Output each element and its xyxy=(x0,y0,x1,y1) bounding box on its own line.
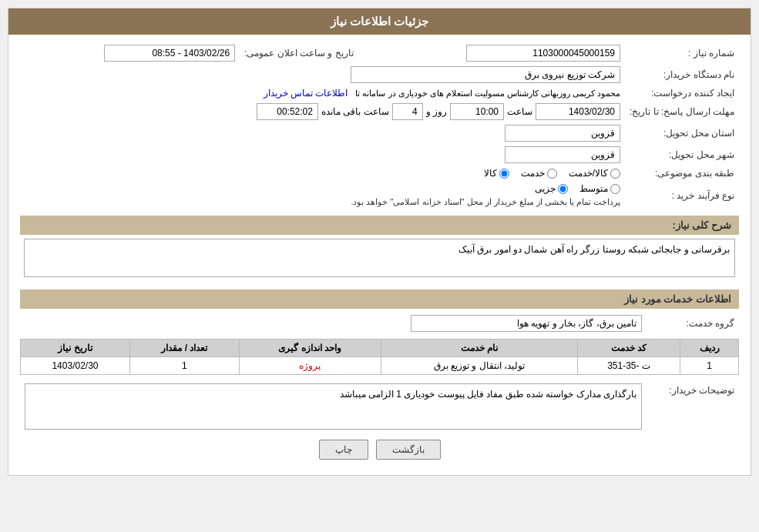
page-container: جزئیات اطلاعات نیاز شماره نیاز : تاریخ و… xyxy=(8,8,751,476)
print-button[interactable]: چاپ xyxy=(319,440,368,460)
sharh-section-header: شرح کلی نیاز: xyxy=(20,216,739,235)
khadamat-info-table: گروه خدمت: xyxy=(20,313,739,334)
col-radif: ردیف xyxy=(680,340,739,357)
buttons-row: بازگشت چاپ xyxy=(20,440,739,460)
tarikh-aalan-input[interactable] xyxy=(104,45,235,62)
remaining-input[interactable] xyxy=(257,103,318,120)
shahr-input[interactable] xyxy=(505,146,620,163)
tarikh-aalan-label: تاریخ و ساعت اعلان عمومی: xyxy=(240,42,369,64)
grooh-khadamat-input[interactable] xyxy=(411,315,642,332)
date-input[interactable] xyxy=(536,103,620,120)
remaining-label: ساعت باقی مانده xyxy=(321,106,389,117)
table-cell-vahed: پروژه xyxy=(239,357,381,375)
table-cell-tarikh: 1403/02/30 xyxy=(21,357,130,375)
grooh-khadamat-label: گروه خدمت: xyxy=(646,313,739,334)
col-vahed: واحد اندازه گیری xyxy=(239,340,381,357)
days-input[interactable] xyxy=(392,103,423,120)
ostan-label: استان محل تحویل: xyxy=(625,122,739,144)
days-label: روز و xyxy=(426,106,447,117)
col-kod: کد خدمت xyxy=(577,340,680,357)
shomara-niaz-label: شماره نیاز : xyxy=(625,42,739,64)
nooe-farayand-label: نوع فرآیند خرید : xyxy=(625,181,739,209)
shomara-niaz-input[interactable] xyxy=(466,45,620,62)
tozihat-table: توضیحات خریدار: بارگذاری مدارک خواسته شد… xyxy=(20,381,739,432)
back-button[interactable]: بازگشت xyxy=(376,440,441,460)
page-title: جزئیات اطلاعات نیاز xyxy=(331,15,428,28)
nam-dastgah-input[interactable] xyxy=(351,66,620,83)
tozihat-label: توضیحات خریدار: xyxy=(646,381,739,432)
sharh-area: برقرسانی و جابجائی شبکه روستا زرگر راه آ… xyxy=(20,239,739,283)
ostan-input[interactable] xyxy=(505,125,620,142)
table-cell-kod: ت -35-351 xyxy=(577,357,680,375)
table-cell-tedad: 1 xyxy=(129,357,239,375)
radio-kala[interactable]: کالا xyxy=(484,168,509,179)
shahr-label: شهر محل تحویل: xyxy=(625,144,739,166)
content-area: شماره نیاز : تاریخ و ساعت اعلان عمومی: ن… xyxy=(8,35,751,475)
radio-mootasat[interactable]: متوسط xyxy=(579,183,620,194)
mohlat-label: مهلت ارسال پاسخ: تا تاریخ: xyxy=(625,101,739,122)
services-table: ردیف کد خدمت نام خدمت واحد اندازه گیری ت… xyxy=(20,339,739,375)
table-cell-nam: تولید، انتقال و توزیع برق xyxy=(381,357,577,375)
ijad-konande-label: ایجاد کننده درخواست: xyxy=(625,85,739,101)
nam-dastgah-label: نام دستگاه خریدار: xyxy=(625,64,739,85)
table-cell-radif: 1 xyxy=(680,357,739,375)
radio-khadamat[interactable]: خدمت xyxy=(521,168,557,179)
col-nam: نام خدمت xyxy=(381,340,577,357)
basic-info-table: شماره نیاز : تاریخ و ساعت اعلان عمومی: ن… xyxy=(20,42,739,209)
col-tedad: تعداد / مقدار xyxy=(129,340,239,357)
col-tarikh: تاریخ نیاز xyxy=(21,340,130,357)
nooe-farayand-text: پرداخت تمام یا بخشی از مبلغ خریدار از مح… xyxy=(25,197,620,207)
sharh-box: برقرسانی و جابجائی شبکه روستا زرگر راه آ… xyxy=(24,239,735,277)
page-header: جزئیات اطلاعات نیاز xyxy=(8,8,751,35)
time-label: ساعت xyxy=(507,106,532,117)
khadamat-section-header: اطلاعات خدمات مورد نیاز xyxy=(20,289,739,309)
tozihat-box: بارگذاری مدارک خواسته شده طبق مفاد فایل … xyxy=(25,383,642,430)
time-input[interactable] xyxy=(450,103,504,120)
radio-kala-khadamat[interactable]: کالا/خدمت xyxy=(569,168,620,179)
radio-jozii[interactable]: جزیی xyxy=(535,183,568,194)
contact-link[interactable]: اطلاعات تماس خریدار xyxy=(264,88,348,99)
table-row: 1ت -35-351تولید، انتقال و توزیع برقپروژه… xyxy=(21,357,739,375)
ijad-konande-value: محمود کریمی روزبهانی کارشناس مسولیت استع… xyxy=(355,89,620,98)
tabaqa-label: طبقه بندی موضوعی: xyxy=(625,166,739,181)
